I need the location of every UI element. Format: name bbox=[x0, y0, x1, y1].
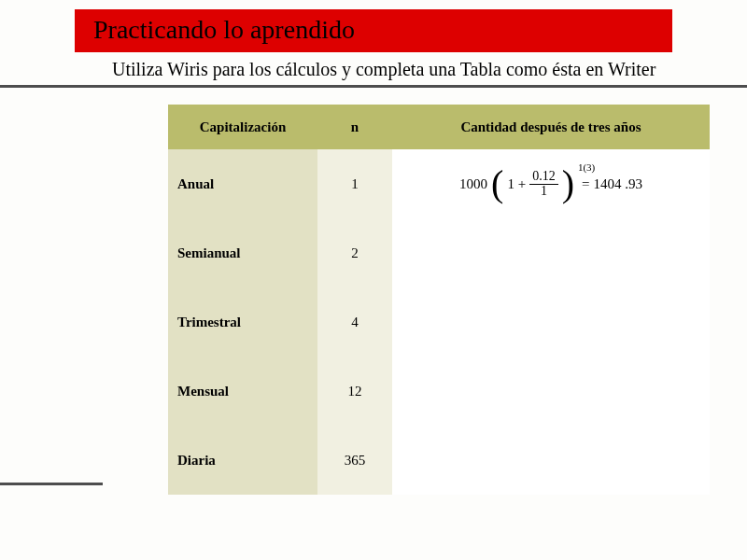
capitalization-table: Capitalización n Cantidad después de tre… bbox=[168, 105, 710, 495]
formula: 1000 ( 1 + 0.12 1 ) 1(3) = 1404 .93 bbox=[459, 165, 642, 203]
row-n: 12 bbox=[317, 357, 392, 426]
table-row: Mensual 12 bbox=[168, 357, 710, 426]
fraction-denominator: 1 bbox=[538, 185, 550, 199]
row-n: 365 bbox=[317, 426, 392, 495]
row-amount bbox=[392, 287, 710, 357]
header-amount: Cantidad después de tres años bbox=[392, 105, 710, 149]
divider bbox=[0, 85, 747, 88]
table-row: Semianual 2 bbox=[168, 218, 710, 287]
row-n: 2 bbox=[317, 218, 392, 287]
paren-right-icon: ) bbox=[562, 165, 574, 203]
row-amount bbox=[392, 357, 710, 426]
row-n: 1 bbox=[317, 149, 392, 218]
row-label: Trimestral bbox=[168, 287, 317, 357]
table-row: Diaria 365 bbox=[168, 426, 710, 495]
side-accent bbox=[0, 483, 103, 485]
table-row: Anual 1 1000 ( 1 + 0.12 1 ) 1(3) bbox=[168, 149, 710, 218]
row-amount: 1000 ( 1 + 0.12 1 ) 1(3) = 1404 .93 bbox=[392, 149, 710, 218]
paren-left-icon: ( bbox=[491, 165, 503, 203]
formula-base: 1000 bbox=[459, 176, 487, 192]
slide-subtitle: Utiliza Wiris para los cálculos y comple… bbox=[112, 58, 672, 81]
row-label: Mensual bbox=[168, 357, 317, 426]
fraction-numerator: 0.12 bbox=[529, 170, 558, 185]
formula-inner-left: 1 + bbox=[507, 176, 526, 192]
header-capitalization: Capitalización bbox=[168, 105, 317, 149]
formula-equals: = bbox=[582, 176, 589, 192]
row-amount bbox=[392, 426, 710, 495]
table-row: Trimestral 4 bbox=[168, 287, 710, 357]
row-n: 4 bbox=[317, 287, 392, 357]
formula-exponent: 1(3) bbox=[578, 161, 595, 173]
row-label: Diaria bbox=[168, 426, 317, 495]
header-n: n bbox=[317, 105, 392, 149]
row-label: Anual bbox=[168, 149, 317, 218]
row-amount bbox=[392, 218, 710, 287]
slide-title: Practicando lo aprendido bbox=[75, 9, 672, 52]
formula-result: 1404 .93 bbox=[593, 176, 642, 192]
row-label: Semianual bbox=[168, 218, 317, 287]
formula-fraction: 0.12 1 bbox=[529, 170, 558, 198]
